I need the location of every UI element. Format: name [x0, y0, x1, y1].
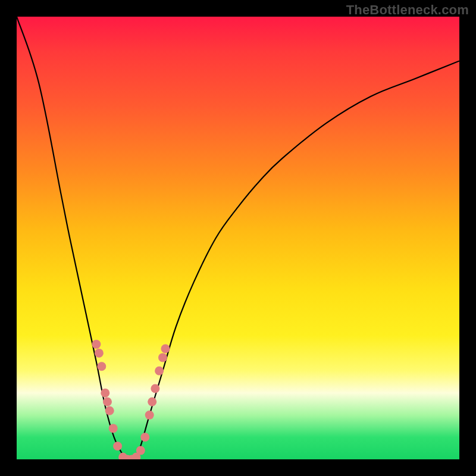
data-marker [151, 384, 159, 393]
plot-area [17, 17, 459, 459]
marker-group [92, 340, 170, 459]
bottleneck-curve [17, 17, 459, 459]
chart-frame: TheBottleneck.com [0, 0, 476, 476]
data-marker [95, 349, 104, 358]
data-marker [113, 441, 122, 450]
data-marker [155, 367, 164, 375]
data-marker [92, 340, 101, 349]
watermark-text: TheBottleneck.com [346, 2, 469, 18]
data-marker [161, 345, 170, 353]
data-marker [136, 446, 145, 455]
data-marker [158, 353, 167, 362]
curve-layer [17, 17, 459, 459]
data-marker [105, 406, 114, 415]
data-marker [103, 397, 112, 406]
data-marker [109, 424, 118, 433]
data-marker [101, 389, 109, 397]
data-marker [140, 433, 149, 441]
data-marker [145, 411, 154, 419]
data-marker [148, 397, 156, 406]
data-marker [97, 362, 106, 371]
